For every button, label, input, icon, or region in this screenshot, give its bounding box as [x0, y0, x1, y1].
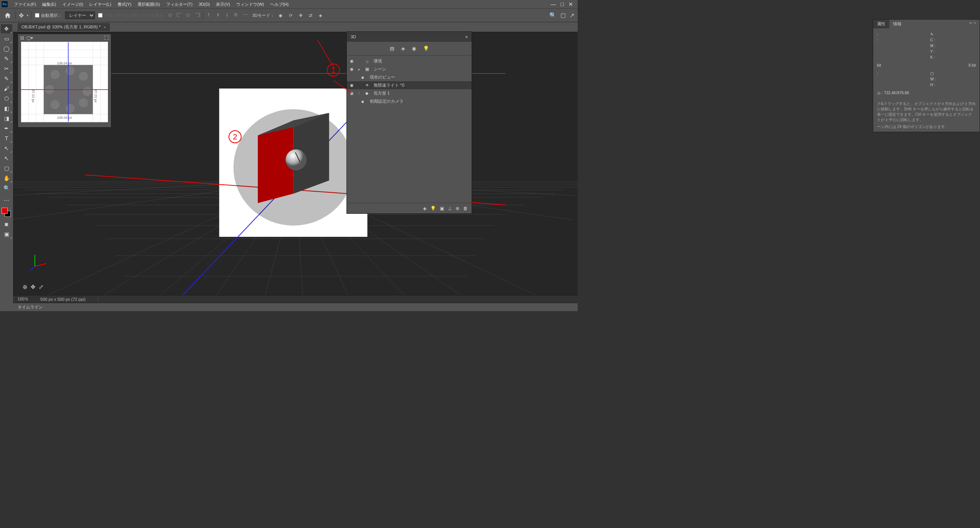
edit-toolbar[interactable]: ⋯: [1, 196, 12, 205]
menu-file[interactable]: ファイル(F): [11, 1, 39, 8]
align-stretch-icon[interactable]: ⫎: [194, 11, 201, 18]
eyedropper-tool[interactable]: ✎: [1, 74, 12, 83]
nav-window-icon[interactable]: ▢▾: [26, 35, 33, 41]
eye-icon[interactable]: ◉: [350, 83, 355, 88]
menu-window[interactable]: ウィンドウ(W): [233, 1, 267, 8]
filter-material-icon[interactable]: ◉: [412, 46, 416, 51]
align-right-icon[interactable]: ⫐: [185, 11, 192, 18]
align-left-icon[interactable]: ⫏: [166, 11, 174, 18]
tree-item-rectangle[interactable]: ◉ 〉 ◆ 長方形 1: [347, 89, 472, 97]
minimize-icon[interactable]: —: [551, 1, 556, 7]
color-swatches[interactable]: [2, 208, 11, 217]
panel-3d[interactable]: 3D ≡ ▤ ◈ ◉ 💡 ◉ ☼ 環境 ◉ ▸ ▦ シーン ■ 現在のビュー ◉…: [346, 31, 472, 214]
close-icon[interactable]: ✕: [568, 1, 573, 7]
new-mesh-icon[interactable]: ◈: [423, 206, 426, 211]
expand-icon[interactable]: 〉: [358, 91, 362, 96]
filter-mesh-icon[interactable]: ◈: [401, 46, 405, 51]
pen-tool[interactable]: ✒: [1, 124, 12, 133]
eraser-tool[interactable]: ◧: [1, 104, 12, 113]
tree-item-current-view[interactable]: ■ 現在のビュー: [347, 73, 472, 81]
brush-tool[interactable]: 🖌: [1, 84, 12, 93]
lasso-tool[interactable]: ◯: [1, 44, 12, 53]
clone-tool[interactable]: ⬡: [1, 94, 12, 103]
tree-item-scene[interactable]: ◉ ▸ ▦ シーン: [347, 65, 472, 73]
menu-filter[interactable]: フィルター(T): [163, 1, 196, 8]
zoom-level[interactable]: 100％: [18, 296, 29, 302]
tree-item-default-camera[interactable]: ■ 初期設定のカメラ: [347, 97, 472, 105]
layer-select[interactable]: レイヤー: [65, 11, 95, 19]
distribute-icon[interactable]: ⊪: [232, 11, 240, 18]
navigator-preview[interactable]: 108.04 px 108.04 px 87.22 px 87.22 px: [21, 42, 108, 122]
menu-image[interactable]: イメージ(I): [59, 1, 86, 8]
hand-tool[interactable]: ✋: [1, 174, 12, 183]
gradient-tool[interactable]: ◨: [1, 114, 12, 123]
menu-type[interactable]: 書式(Y): [114, 1, 135, 8]
rectangle-tool[interactable]: ▢: [1, 164, 12, 173]
eye-icon[interactable]: ◉: [350, 59, 355, 64]
new-light-icon[interactable]: 💡: [430, 206, 436, 211]
document-tab[interactable]: OBJEKT.psd @ 100% (長方形 1, RGB/8) * ×: [18, 23, 110, 31]
auto-select-checkbox[interactable]: [35, 13, 39, 18]
maximize-icon[interactable]: □: [561, 1, 564, 7]
slide-icon[interactable]: ⇄: [307, 11, 314, 19]
rotate-icon[interactable]: ⟳: [287, 11, 294, 19]
timeline-panel[interactable]: タイムライン: [13, 303, 578, 311]
tree-item-infinite-light[interactable]: ◉ ☀ 無限遠ライト ^0: [347, 81, 472, 89]
menu-view[interactable]: 表示(V): [213, 1, 233, 8]
artboard-icon[interactable]: ▢: [560, 12, 566, 19]
ground-icon[interactable]: ⊥: [448, 206, 452, 211]
roll-view-icon[interactable]: ⤢: [39, 284, 44, 290]
menu-edit[interactable]: 編集(E): [39, 1, 59, 8]
orbit-view-icon[interactable]: ⊕: [23, 284, 28, 290]
search-icon[interactable]: 🔍: [549, 12, 557, 19]
filter-scene-icon[interactable]: ▤: [390, 46, 394, 51]
more-icon[interactable]: ⋯: [242, 11, 249, 18]
align-center-h-icon[interactable]: ⫍: [175, 11, 183, 18]
direct-select-tool[interactable]: ↖: [1, 154, 12, 163]
align-middle-icon[interactable]: ⫮: [214, 11, 222, 18]
item-label: 長方形 1: [374, 90, 390, 96]
align-bottom-icon[interactable]: ⫰: [223, 11, 231, 18]
crop-tool[interactable]: ✂: [1, 64, 12, 73]
delete-icon[interactable]: 🗑: [463, 206, 468, 211]
nav-expand-icon[interactable]: ⛶: [104, 35, 109, 41]
eye-icon[interactable]: ◉: [350, 67, 355, 72]
nav-collapse-icon[interactable]: ⊟: [20, 35, 24, 41]
menu-layer[interactable]: レイヤー(L): [86, 1, 114, 8]
expand-icon[interactable]: ▸: [358, 67, 362, 71]
zoom-tool[interactable]: 🔍: [1, 184, 12, 193]
menu-help[interactable]: ヘルプ(H): [267, 1, 292, 8]
type-tool[interactable]: T: [1, 134, 12, 143]
bbox-checkbox[interactable]: [98, 13, 103, 18]
pan-icon[interactable]: ✥: [297, 11, 304, 19]
move-tool-icon[interactable]: ✥: [19, 12, 24, 19]
orbit-icon[interactable]: ◉: [277, 11, 284, 19]
menu-select[interactable]: 選択範囲(S): [134, 1, 163, 8]
navigator-panel[interactable]: ⊟ ▢▾ ⛶: [18, 34, 111, 128]
quick-select-tool[interactable]: ✎: [1, 54, 12, 63]
eye-icon[interactable]: ◉: [350, 91, 355, 96]
move-tool[interactable]: ✥: [1, 24, 12, 33]
share-icon[interactable]: ↗: [570, 12, 575, 19]
dropdown-icon[interactable]: ▾: [27, 14, 28, 17]
align-top-icon[interactable]: ⫯: [205, 11, 212, 18]
panel-menu-icon[interactable]: ≡: [466, 34, 468, 39]
home-icon[interactable]: [3, 11, 12, 20]
render-icon[interactable]: ▣: [440, 206, 444, 211]
close-tab-icon[interactable]: ×: [104, 25, 106, 30]
pan-view-icon[interactable]: ✥: [31, 284, 36, 290]
panel-3d-header[interactable]: 3D ≡: [347, 32, 472, 42]
fg-color[interactable]: [2, 208, 8, 214]
status-arrow-icon[interactable]: 〉: [97, 296, 101, 302]
canvas-3d-viewport[interactable]: ⊟ ▢▾ ⛶: [13, 32, 578, 295]
screen-mode[interactable]: ▣: [1, 230, 12, 239]
tree-item-environment[interactable]: ◉ ☼ 環境: [347, 57, 472, 65]
scale-icon[interactable]: ◈: [317, 11, 324, 19]
quick-mask[interactable]: ◙: [1, 220, 12, 229]
filter-light-icon[interactable]: 💡: [423, 46, 429, 51]
path-tool[interactable]: ↖: [1, 144, 12, 153]
doc-dimensions[interactable]: 500 px x 500 px (72 ppi): [40, 297, 85, 302]
menu-3d[interactable]: 3D(D): [196, 1, 213, 7]
marquee-tool[interactable]: ▭: [1, 34, 12, 43]
new-icon[interactable]: ⊕: [456, 206, 459, 211]
